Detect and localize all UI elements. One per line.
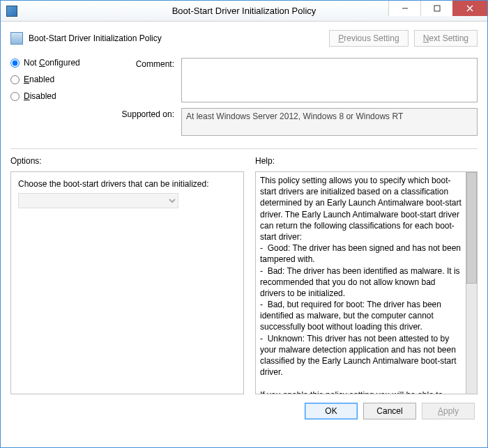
options-panel: Choose the boot-start drivers that can b… bbox=[10, 171, 244, 394]
minimize-button[interactable] bbox=[388, 1, 420, 16]
options-choose-label: Choose the boot-start drivers that can b… bbox=[18, 179, 236, 189]
supported-on-label: Supported on: bbox=[115, 108, 174, 136]
radio-disabled[interactable] bbox=[10, 92, 20, 101]
content-area: Boot-Start Driver Initialization Policy … bbox=[1, 22, 487, 428]
policy-icon bbox=[10, 32, 23, 45]
scrollbar-thumb[interactable] bbox=[466, 172, 477, 284]
dialog-buttons: OK Cancel Apply bbox=[10, 403, 478, 419]
help-textarea[interactable] bbox=[255, 171, 466, 394]
radio-not-configured[interactable] bbox=[10, 59, 20, 68]
dialog-scrollbar[interactable] bbox=[466, 171, 478, 394]
svg-rect-1 bbox=[434, 6, 440, 11]
help-section-label: Help: bbox=[255, 156, 478, 166]
app-icon bbox=[6, 6, 17, 17]
comment-label: Comment: bbox=[115, 58, 174, 102]
options-section-label: Options: bbox=[10, 156, 244, 166]
radio-not-configured-label[interactable]: Not Configured bbox=[24, 58, 80, 68]
radio-disabled-label[interactable]: Disabled bbox=[24, 91, 56, 101]
supported-on-text bbox=[181, 108, 478, 136]
comment-textarea[interactable] bbox=[181, 58, 478, 102]
cancel-button[interactable]: Cancel bbox=[363, 403, 416, 419]
separator bbox=[10, 148, 478, 149]
ok-button[interactable]: OK bbox=[305, 403, 358, 419]
header-row: Boot-Start Driver Initialization Policy … bbox=[10, 30, 478, 47]
maximize-button[interactable] bbox=[420, 1, 452, 16]
radio-enabled-label[interactable]: Enabled bbox=[24, 75, 54, 84]
config-row: Not Configured Enabled Disabled Comment:… bbox=[10, 58, 478, 141]
window-controls bbox=[388, 1, 487, 16]
titlebar: Boot-Start Driver Initialization Policy bbox=[1, 1, 487, 22]
next-setting-button[interactable]: Next Setting bbox=[414, 30, 478, 47]
previous-setting-button[interactable]: Previous Setting bbox=[329, 30, 408, 47]
close-button[interactable] bbox=[452, 1, 487, 16]
lower-area: Options: Choose the boot-start drivers t… bbox=[10, 156, 478, 394]
radio-enabled[interactable] bbox=[10, 75, 20, 84]
apply-button[interactable]: Apply bbox=[422, 403, 475, 419]
state-radio-group: Not Configured Enabled Disabled bbox=[10, 58, 94, 141]
boot-drivers-combo[interactable] bbox=[18, 193, 178, 208]
policy-name: Boot-Start Driver Initialization Policy bbox=[29, 33, 162, 43]
